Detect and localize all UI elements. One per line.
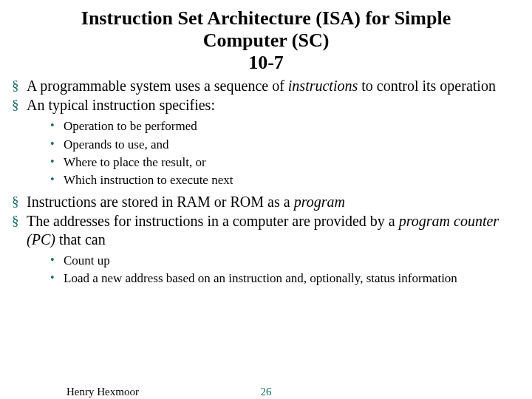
bullet-text: A programmable system uses a sequence of — [27, 78, 288, 94]
italic-text: program — [294, 194, 345, 210]
title-line-3: 10-7 — [248, 52, 284, 73]
slide-title: Instruction Set Architecture (ISA) for S… — [10, 7, 522, 74]
sub-bullet-item: Operation to be performed — [50, 118, 522, 134]
bullet-item: An typical instruction specifies: Operat… — [10, 96, 522, 188]
italic-text: instructions — [288, 78, 358, 94]
sub-bullet-text: Operation to be performed — [64, 119, 197, 133]
bullet-text: An typical instruction specifies: — [27, 97, 215, 113]
bullet-item: The addresses for instructions in a comp… — [10, 212, 522, 287]
bullet-text: that can — [55, 231, 106, 248]
bullet-list: A programmable system uses a sequence of… — [10, 77, 522, 287]
sub-bullet-list: Count up Load a new address based on an … — [27, 253, 522, 287]
bullet-text: Instructions are stored in RAM or ROM as… — [27, 194, 294, 210]
sub-bullet-text: Load a new address based on an instructi… — [64, 271, 457, 285]
sub-bullet-text: Where to place the result, or — [64, 155, 206, 169]
title-line-2: Computer (SC) — [203, 30, 330, 51]
sub-bullet-list: Operation to be performed Operands to us… — [27, 118, 522, 188]
bullet-text: The addresses for instructions in a comp… — [27, 213, 399, 229]
sub-bullet-item: Where to place the result, or — [50, 154, 522, 171]
sub-bullet-text: Count up — [64, 253, 110, 267]
sub-bullet-item: Which instruction to execute next — [50, 172, 522, 188]
bullet-item: Instructions are stored in RAM or ROM as… — [10, 193, 522, 211]
bullet-text: to control its operation — [358, 78, 496, 94]
sub-bullet-item: Operands to use, and — [50, 137, 522, 153]
sub-bullet-text: Operands to use, and — [64, 137, 169, 151]
sub-bullet-item: Load a new address based on an instructi… — [50, 270, 522, 287]
title-line-1: Instruction Set Architecture (ISA) for S… — [81, 7, 451, 29]
footer-author: Henry Hexmoor — [66, 386, 139, 398]
footer-page-number: 26 — [261, 386, 272, 398]
bullet-item: A programmable system uses a sequence of… — [10, 77, 522, 95]
sub-bullet-item: Count up — [50, 253, 522, 269]
sub-bullet-text: Which instruction to execute next — [64, 173, 233, 187]
